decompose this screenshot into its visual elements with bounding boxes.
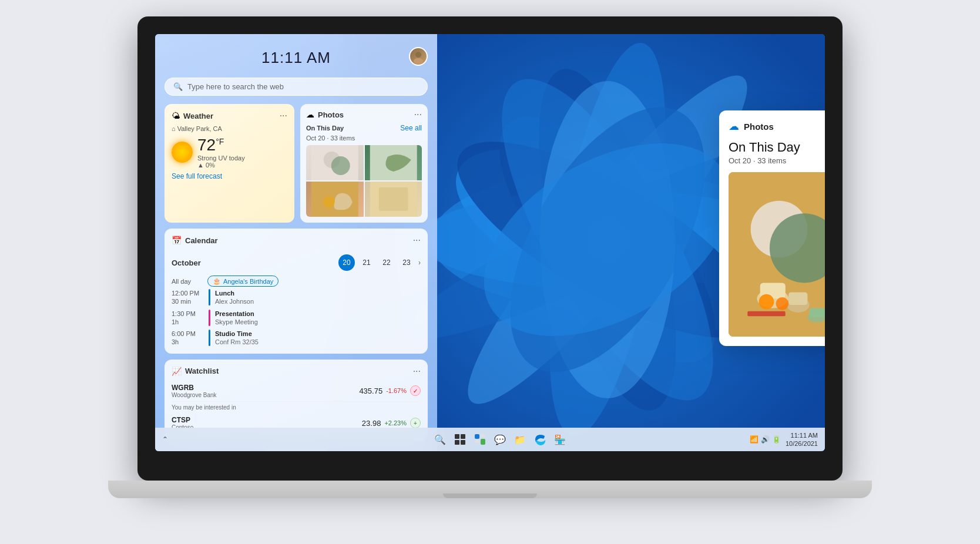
all-day-label: All day <box>172 278 204 285</box>
svg-point-14 <box>415 52 421 58</box>
cal-event-bar-pres <box>209 310 210 326</box>
taskbar-clock: 11:11 AM 10/26/2021 <box>786 431 818 448</box>
cal-day-22[interactable]: 22 <box>378 254 395 271</box>
photos-cloud-icon: ☁ <box>306 110 314 119</box>
weather-cloud-icon: 🌤 <box>172 111 180 120</box>
photos-header: ☁ Photos ··· <box>306 110 422 119</box>
photos-menu-btn[interactable]: ··· <box>414 110 422 119</box>
svg-point-21 <box>323 196 335 208</box>
search-placeholder-text: Type here to search the web <box>187 82 284 91</box>
cal-day-20[interactable]: 20 <box>338 254 355 271</box>
birthday-badge: 🎂 Angela's Birthday <box>207 276 278 287</box>
laptop-notch <box>443 493 537 498</box>
calendar-days-row: 20 21 22 23 › <box>338 254 421 271</box>
svg-rect-29 <box>481 434 485 437</box>
cal-event-time-lunch: 12:00 PM30 min <box>172 289 204 306</box>
taskbar-explorer-btn[interactable]: 📁 <box>512 431 528 448</box>
cal-day-23[interactable]: 23 <box>398 254 415 271</box>
may-interest-label: You may be interested in <box>172 402 421 413</box>
popup-title-row: ☁ Photos <box>729 120 774 133</box>
watchlist-menu-btn[interactable]: ··· <box>413 367 421 376</box>
stock-badge-wgrb: ✓ <box>410 385 421 396</box>
taskbar-search-btn[interactable]: 🔍 <box>432 431 448 448</box>
photos-thumbnail-grid <box>306 145 422 217</box>
screen-bezel: 11:11 AM 🔍 Type here to search the web <box>137 16 843 481</box>
cal-event-presentation: 1:30 PM1h Presentation Skype Meeting <box>172 310 421 327</box>
svg-rect-23 <box>378 187 408 211</box>
widgets-row-1: 🌤 Weather ··· ⌂ Valley Park, CA <box>165 104 428 223</box>
cal-event-lunch: 12:00 PM30 min Lunch Alex Johnson <box>172 289 421 306</box>
system-tray-left: ⌃ <box>162 435 186 444</box>
stock-price-ctsp: 23.98 <box>362 419 381 428</box>
photos-widget: ☁ Photos ··· On This Day See all Oct 20 … <box>300 104 428 223</box>
screen: 11:11 AM 🔍 Type here to search the web <box>155 34 825 451</box>
popup-on-this-day: On This Day <box>729 140 800 155</box>
svg-point-15 <box>414 58 423 64</box>
volume-icon: 🔊 <box>761 435 770 444</box>
popup-subtitle-row: On This Day Oct 20 · 33 items See all <box>729 140 825 165</box>
photo-thumb-3 <box>306 182 364 217</box>
battery-icon: 🔋 <box>772 435 781 444</box>
popup-photo-main <box>729 172 825 337</box>
calendar-header: 📅 Calendar ··· <box>172 236 421 245</box>
photos-on-this-day: On This Day <box>306 125 344 132</box>
photo-thumb-2 <box>365 145 422 180</box>
svg-rect-26 <box>455 440 459 445</box>
photos-date-items: Oct 20 · 33 items <box>306 135 422 142</box>
svg-rect-43 <box>810 308 825 317</box>
weather-forecast-link[interactable]: See full forecast <box>172 172 287 180</box>
watchlist-icon: 📈 <box>172 367 182 376</box>
calendar-month: October <box>172 258 201 267</box>
search-bar[interactable]: 🔍 Type here to search the web <box>165 78 428 96</box>
taskbar-store-btn[interactable]: 🏪 <box>552 431 568 448</box>
popup-header: ☁ Photos ··· <box>729 120 825 133</box>
svg-point-40 <box>776 297 789 310</box>
taskbar-left: ⌃ <box>162 435 186 444</box>
calendar-title: Calendar <box>185 236 218 245</box>
taskbar-widgets-btn[interactable] <box>472 431 488 448</box>
cal-event-name-studio: Studio Time <box>215 330 259 338</box>
laptop: 11:11 AM 🔍 Type here to search the web <box>108 16 872 528</box>
svg-rect-24 <box>455 434 459 439</box>
clock-display: 11:11 AM <box>165 49 428 67</box>
svg-rect-38 <box>788 293 807 305</box>
svg-rect-25 <box>461 434 465 439</box>
photo-thumb-4 <box>365 182 422 217</box>
cal-event-detail-studio: Conf Rm 32/35 <box>215 338 259 346</box>
taskbar-task-view-btn[interactable] <box>452 431 468 448</box>
search-icon: 🔍 <box>173 82 183 91</box>
cal-day-21[interactable]: 21 <box>358 254 375 271</box>
birthday-name: Angela's Birthday <box>223 278 273 285</box>
cal-event-detail-lunch: Alex Johnson <box>215 297 254 305</box>
stock-change-ctsp: +2.23% <box>384 419 407 427</box>
system-tray: 📶 🔊 🔋 <box>750 435 781 444</box>
taskbar-center: 🔍 💬 📁 🏪 <box>412 431 568 448</box>
cal-event-bar-lunch <box>209 289 210 305</box>
photos-see-all-btn[interactable]: See all <box>400 124 422 132</box>
calendar-menu-btn[interactable]: ··· <box>413 236 421 245</box>
photos-subtitle-row: On This Day See all <box>306 124 422 132</box>
taskbar: ⌃ 🔍 💬 📁 <box>155 428 825 451</box>
stock-badge-ctsp: + <box>410 418 421 428</box>
calendar-events: 12:00 PM30 min Lunch Alex Johnson 1:30 P… <box>172 289 421 347</box>
cal-event-name-lunch: Lunch <box>215 289 254 297</box>
weather-header: 🌤 Weather ··· <box>172 111 287 120</box>
svg-point-39 <box>759 294 774 310</box>
chevron-up-icon[interactable]: ⌃ <box>162 435 168 444</box>
calendar-month-row: October 20 21 22 23 › <box>172 250 421 276</box>
wifi-icon: 📶 <box>750 435 759 444</box>
calendar-chevron[interactable]: › <box>418 258 421 267</box>
svg-rect-31 <box>481 439 485 445</box>
photos-title: Photos <box>318 110 344 119</box>
user-avatar[interactable] <box>409 47 428 66</box>
cal-event-studio: 6:00 PM3h Studio Time Conf Rm 32/35 <box>172 330 421 347</box>
weather-menu-btn[interactable]: ··· <box>280 111 287 120</box>
start-button[interactable] <box>412 431 428 448</box>
weather-temperature: 72°F <box>197 136 245 155</box>
watchlist-title: Watchlist <box>185 367 219 375</box>
watchlist-header: 📈 Watchlist ··· <box>172 367 421 376</box>
taskbar-chat-btn[interactable]: 💬 <box>492 431 508 448</box>
taskbar-edge-btn[interactable] <box>532 431 548 448</box>
cal-event-bar-studio <box>209 330 210 346</box>
weather-sun-icon <box>172 142 193 163</box>
